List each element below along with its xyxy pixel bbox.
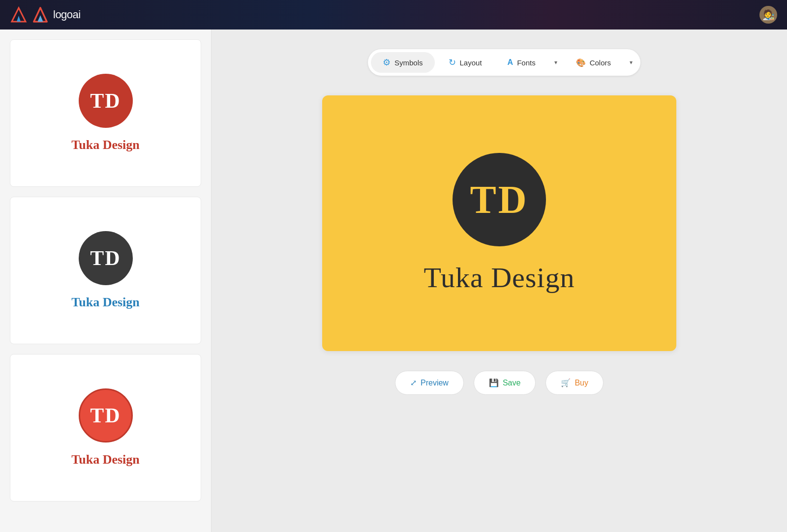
preview-icon: ⤢ <box>410 378 417 387</box>
logo1-brand-name: Tuka Design <box>71 138 140 152</box>
layout-label: Layout <box>460 59 482 67</box>
fonts-button[interactable]: A Fonts <box>496 52 547 73</box>
header: logoai 🧑‍🎨 <box>0 0 787 30</box>
logoai-brand-icon <box>31 6 49 24</box>
colors-expand-button[interactable]: ▾ <box>625 52 637 73</box>
toolbar: ⚙ Symbols ↻ Layout A Fonts ▾ 🎨 Colors ▾ <box>368 49 640 76</box>
layout-button[interactable]: ↻ Layout <box>437 52 494 73</box>
logo-container: logoai <box>10 6 81 24</box>
preview-button[interactable]: ⤢ Preview <box>395 371 464 395</box>
symbols-label: Symbols <box>394 59 423 67</box>
action-buttons: ⤢ Preview 💾 Save 🛒 Buy <box>395 371 604 395</box>
preview-label: Preview <box>421 379 449 387</box>
fonts-icon: A <box>508 58 514 67</box>
colors-label: Colors <box>590 59 611 67</box>
fonts-label: Fonts <box>517 59 536 67</box>
buy-icon: 🛒 <box>561 378 571 387</box>
layout-icon: ↻ <box>449 57 456 68</box>
fonts-expand-button[interactable]: ▾ <box>549 52 562 73</box>
content-area: ⚙ Symbols ↻ Layout A Fonts ▾ 🎨 Colors ▾ <box>212 30 787 532</box>
buy-label: Buy <box>575 379 588 387</box>
svg-marker-4 <box>37 15 43 22</box>
logo-card-2[interactable]: TD Tuka Design <box>10 197 201 344</box>
colors-icon: 🎨 <box>576 58 586 67</box>
buy-button[interactable]: 🛒 Buy <box>545 371 604 395</box>
symbols-icon: ⚙ <box>383 57 391 68</box>
colors-button[interactable]: 🎨 Colors <box>564 52 623 73</box>
logo3-brand-name: Tuka Design <box>71 452 140 467</box>
preview-brand-name: Tuka Design <box>424 261 575 294</box>
logo1-letters: TD <box>90 89 121 113</box>
preview-logo-circle: TD <box>453 153 546 246</box>
save-icon: 💾 <box>489 378 499 387</box>
logo2-letters: TD <box>90 246 121 270</box>
symbols-button[interactable]: ⚙ Symbols <box>371 52 435 73</box>
logoai-icon <box>10 6 28 24</box>
logo2-brand-name: Tuka Design <box>71 295 140 310</box>
logo3-letters: TD <box>90 404 121 427</box>
preview-canvas: TD Tuka Design <box>322 95 676 351</box>
preview-logo-letters: TD <box>470 180 528 219</box>
content-inner: TD Tuka Design ⤢ Preview 💾 Save 🛒 Buy <box>226 95 772 395</box>
svg-marker-1 <box>17 16 21 22</box>
main-layout: TD Tuka Design TD Tuka Design TD Tuka De… <box>0 30 787 532</box>
logo2-circle: TD <box>79 231 133 285</box>
user-avatar[interactable]: 🧑‍🎨 <box>759 6 777 24</box>
toolbar-wrapper: ⚙ Symbols ↻ Layout A Fonts ▾ 🎨 Colors ▾ <box>226 49 772 95</box>
logo3-circle: TD <box>79 388 133 443</box>
logo-card-1[interactable]: TD Tuka Design <box>10 39 201 187</box>
logoai-text: logoai <box>53 8 81 21</box>
logo1-circle: TD <box>79 74 133 128</box>
save-label: Save <box>503 379 520 387</box>
logo-sidebar: TD Tuka Design TD Tuka Design TD Tuka De… <box>0 30 212 532</box>
logo-card-3[interactable]: TD Tuka Design <box>10 354 201 502</box>
save-button[interactable]: 💾 Save <box>474 371 536 395</box>
